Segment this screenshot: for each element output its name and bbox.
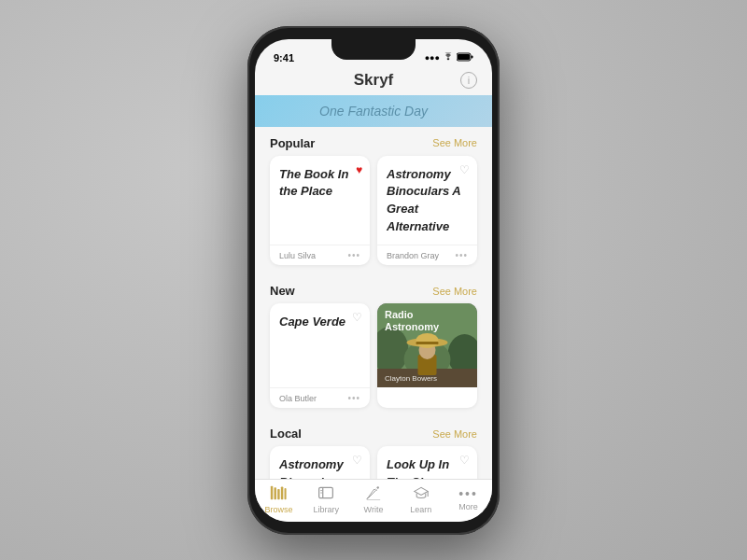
heart-icon-local-1[interactable]: ♡	[352, 454, 362, 467]
book-title-3: Cape Verde	[279, 315, 345, 329]
author-1: Lulu Silva	[279, 251, 316, 260]
notch	[331, 39, 416, 60]
new-see-more[interactable]: See More	[432, 286, 477, 297]
phone-shell: 9:41 ●●●	[247, 26, 500, 535]
book-card-new-1[interactable]: Cape Verde ♡ Ola Butler •••	[270, 303, 370, 408]
svg-rect-17	[285, 488, 287, 499]
write-label: Write	[364, 505, 384, 514]
book-image-title: RadioAstronomy	[385, 309, 439, 333]
popular-books-row: The Book In the Place ♥ Lulu Silva ••• A…	[255, 156, 492, 275]
tab-browse[interactable]: Browse	[255, 485, 303, 514]
book-card-content-local-2: Look Up In The Sky ♡	[377, 446, 477, 478]
content-scroll[interactable]: Popular See More The Book In the Place ♥…	[255, 127, 492, 479]
dots-3[interactable]: •••	[347, 393, 360, 403]
status-time: 9:41	[274, 52, 294, 63]
local-see-more[interactable]: See More	[432, 428, 477, 440]
author-2: Brandon Gray	[387, 251, 439, 260]
book-card-local-2[interactable]: Look Up In The Sky ♡	[377, 446, 477, 478]
book-title-local-2: Look Up In The Sky	[387, 457, 449, 478]
browse-icon	[270, 485, 287, 503]
book-footer-1: Lulu Silva •••	[270, 245, 370, 265]
popular-section-header: Popular See More	[255, 127, 492, 156]
svg-rect-12	[416, 342, 439, 344]
book-card-popular-1[interactable]: The Book In the Place ♥ Lulu Silva •••	[270, 156, 370, 266]
wifi-icon	[443, 52, 454, 63]
dots-1[interactable]: •••	[347, 250, 360, 260]
browse-label: Browse	[264, 505, 292, 514]
phone-screen: 9:41 ●●●	[255, 39, 492, 522]
learn-label: Learn	[410, 505, 431, 514]
tab-more[interactable]: ••• More	[444, 487, 492, 511]
learn-icon	[413, 485, 430, 503]
svg-rect-2	[458, 54, 470, 60]
new-books-row: Cape Verde ♡ Ola Butler •••	[255, 303, 492, 417]
svg-point-11	[416, 333, 439, 348]
more-label: More	[458, 502, 478, 511]
svg-rect-1	[472, 55, 473, 58]
banner-text: One Fantastic Day	[319, 104, 428, 119]
book-card-local-1[interactable]: Astronomy Binoculars ♡	[270, 446, 370, 478]
book-image-radio: RadioAstronomy Clayton Bowers	[377, 303, 477, 387]
heart-icon-local-2[interactable]: ♡	[459, 454, 470, 467]
local-section-header: Local See More	[255, 417, 492, 446]
tab-bar: Browse Library	[255, 479, 492, 522]
tab-library[interactable]: Library	[303, 485, 350, 514]
popular-see-more[interactable]: See More	[432, 137, 477, 148]
new-section-header: New See More	[255, 274, 492, 303]
featured-banner[interactable]: One Fantastic Day	[255, 95, 492, 127]
book-title-local-1: Astronomy Binoculars	[279, 457, 344, 478]
author-3: Ola Butler	[279, 394, 317, 403]
book-card-popular-2[interactable]: Astronomy Binoculars A Great Alternative…	[377, 156, 477, 266]
library-icon	[317, 485, 334, 503]
book-card-content-local-1: Astronomy Binoculars ♡	[270, 446, 370, 478]
book-footer-2: Brandon Gray •••	[377, 245, 477, 265]
heart-icon-2[interactable]: ♡	[459, 163, 470, 176]
new-label: New	[270, 284, 295, 298]
more-icon: •••	[458, 487, 478, 500]
book-card-new-2[interactable]: RadioAstronomy Clayton Bowers	[377, 303, 477, 408]
book-title-1: The Book In the Place	[279, 167, 348, 199]
heart-icon-3[interactable]: ♡	[352, 311, 362, 324]
battery-icon	[457, 52, 473, 63]
library-label: Library	[313, 505, 339, 514]
info-icon[interactable]: i	[460, 72, 477, 89]
book-title-2: Astronomy Binoculars A Great Alternative	[387, 167, 460, 234]
write-icon	[365, 485, 382, 503]
status-icons: ●●●	[425, 52, 473, 63]
popular-label: Popular	[270, 136, 315, 150]
book-image-author: Clayton Bowers	[385, 374, 437, 383]
book-card-content-1: The Book In the Place ♥	[270, 156, 370, 245]
svg-rect-16	[281, 486, 283, 499]
book-card-content-3: Cape Verde ♡	[270, 303, 370, 387]
local-label: Local	[270, 427, 302, 441]
svg-rect-14	[275, 487, 276, 499]
local-books-row: Astronomy Binoculars ♡ Look Up In The Sk…	[255, 446, 492, 478]
dots-2[interactable]: •••	[455, 250, 468, 260]
svg-rect-15	[278, 488, 280, 498]
signal-icon: ●●●	[425, 53, 440, 63]
book-footer-3: Ola Butler •••	[270, 387, 370, 408]
svg-rect-13	[271, 485, 273, 499]
heart-icon-1[interactable]: ♥	[356, 163, 362, 176]
app-header: Skryf i	[255, 67, 492, 95]
book-card-content-2: Astronomy Binoculars A Great Alternative…	[377, 156, 477, 245]
tab-write[interactable]: Write	[350, 485, 398, 514]
app-title: Skryf	[354, 71, 394, 90]
tab-learn[interactable]: Learn	[397, 485, 444, 514]
